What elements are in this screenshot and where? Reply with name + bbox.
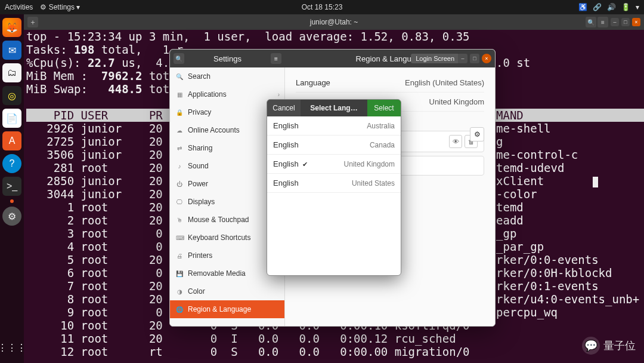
- dialog-header: Cancel Select Lang… Select: [267, 100, 401, 116]
- dock-terminal[interactable]: >_: [2, 177, 21, 196]
- select-language-dialog: Cancel Select Lang… Select English Austr…: [267, 99, 401, 276]
- formats-value: United Kingdom: [429, 97, 485, 106]
- search-icon: 🔍: [176, 73, 183, 80]
- wechat-icon: 💬: [582, 337, 600, 355]
- terminal-maximize-button[interactable]: □: [621, 18, 630, 26]
- language-list: English Australia English Canada English…: [267, 116, 401, 193]
- login-screen-button[interactable]: Login Screen: [411, 54, 459, 63]
- settings-minimize-button[interactable]: –: [458, 54, 467, 63]
- dock: 🦊 ✉ 🗂 ◎ 📄 A ? >_ ⚙ ⋮⋮⋮: [0, 14, 24, 363]
- sound-icon: ♪: [176, 163, 183, 170]
- terminal-new-tab-button[interactable]: ＋: [27, 17, 38, 27]
- settings-search-button[interactable]: 🔍: [174, 53, 184, 64]
- language-value: English (United States): [405, 78, 484, 87]
- terminal-minimize-button[interactable]: –: [611, 18, 619, 26]
- language-option-australia[interactable]: English Australia: [267, 116, 401, 136]
- settings-title: Settings: [213, 54, 242, 63]
- disk-icon: 💾: [176, 270, 183, 277]
- sidebar-item-region-language[interactable]: 🌐Region & Language: [170, 300, 284, 318]
- language-option-canada[interactable]: English Canada: [267, 136, 401, 155]
- dialog-title: Select Lang…: [301, 100, 367, 116]
- dock-rhythmbox[interactable]: ◎: [2, 86, 21, 105]
- dock-thunderbird[interactable]: ✉: [2, 41, 21, 60]
- top-bar: Activities ⚙ Settings Oct 18 15:23 ♿ 🔗 🔊…: [0, 0, 644, 14]
- terminal-right-fragments: .0 st MAND me-shell g me-control-c temd-…: [496, 30, 644, 319]
- dock-settings[interactable]: ⚙: [2, 207, 21, 226]
- system-menu-caret[interactable]: ▾: [636, 3, 639, 11]
- activities-button[interactable]: Activities: [5, 3, 33, 11]
- dock-firefox[interactable]: 🦊: [2, 18, 21, 37]
- network-icon[interactable]: 🔗: [593, 3, 601, 11]
- chevron-right-icon: ›: [278, 91, 280, 98]
- terminal-search-button[interactable]: 🔍: [586, 17, 596, 27]
- language-row[interactable]: Language English (United States): [296, 73, 484, 93]
- check-icon: ✔: [302, 161, 308, 168]
- dock-libreoffice[interactable]: 📄: [2, 109, 21, 128]
- sidebar-item-color[interactable]: ◑Color: [170, 282, 284, 300]
- settings-menu-button[interactable]: ≡: [271, 53, 281, 64]
- settings-close-button[interactable]: ×: [482, 54, 491, 63]
- settings-header[interactable]: 🔍 Settings ≡ Region & Language Login Scr…: [170, 50, 495, 67]
- keyboard-icon: ⌨: [176, 235, 183, 241]
- accessibility-icon[interactable]: ♿: [578, 3, 587, 11]
- color-icon: ◑: [176, 288, 183, 295]
- watermark: 💬 量子位: [582, 337, 636, 355]
- sidebar-item-search[interactable]: 🔍Search: [170, 67, 284, 85]
- cloud-icon: ☁: [176, 127, 183, 134]
- dock-show-apps[interactable]: ⋮⋮⋮: [2, 338, 21, 357]
- volume-icon[interactable]: 🔊: [607, 3, 615, 11]
- settings-maximize-button[interactable]: □: [470, 54, 479, 63]
- options-gear-button[interactable]: ⚙: [470, 127, 484, 141]
- power-icon: ⏻: [176, 181, 183, 187]
- dock-files[interactable]: 🗂: [2, 63, 21, 82]
- apps-icon: ▦: [176, 91, 183, 98]
- select-button[interactable]: Select: [367, 100, 401, 116]
- battery-icon[interactable]: 🔋: [621, 3, 630, 11]
- text-cursor: [593, 177, 598, 187]
- clock[interactable]: Oct 18 15:23: [302, 3, 343, 11]
- dock-indicator-dot: [10, 199, 14, 203]
- terminal-titlebar[interactable]: ＋ junior@Utah: ~ 🔍 ≡ – □ ×: [24, 14, 644, 30]
- cancel-button[interactable]: Cancel: [267, 100, 301, 116]
- dock-help[interactable]: ?: [2, 154, 21, 173]
- display-icon: 🖵: [176, 199, 183, 205]
- terminal-title: junior@Utah: ~: [310, 18, 358, 26]
- mouse-icon: 🖱: [176, 217, 183, 223]
- terminal-menu-button[interactable]: ≡: [597, 17, 608, 27]
- language-label: Language: [296, 78, 330, 87]
- language-option-uk[interactable]: English✔ United Kingdom: [267, 155, 401, 174]
- app-menu[interactable]: ⚙ Settings: [40, 3, 80, 11]
- preview-button[interactable]: 👁: [449, 135, 462, 148]
- terminal-close-button[interactable]: ×: [632, 18, 640, 26]
- lock-icon: 🔒: [176, 109, 183, 116]
- printer-icon: 🖨: [176, 253, 183, 259]
- dock-software[interactable]: A: [2, 131, 21, 150]
- share-icon: ⇄: [176, 145, 183, 152]
- globe-icon: 🌐: [176, 306, 183, 313]
- language-option-us[interactable]: English United States: [267, 174, 401, 193]
